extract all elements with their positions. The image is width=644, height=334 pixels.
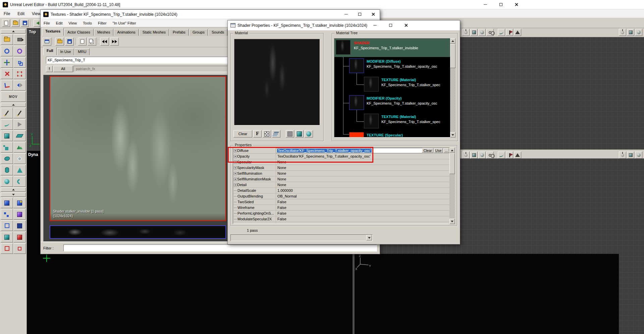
hide-selected-tool[interactable] [13,243,26,254]
property-row-wireframe[interactable]: Wireframe False [233,205,450,211]
material-preview[interactable] [234,39,320,125]
scrollbar-thumb[interactable] [450,44,455,68]
volumetric-builder[interactable] [13,153,26,164]
checker-background-button[interactable] [263,130,271,137]
curved-sheet-builder[interactable] [13,176,26,187]
palette-scroll-up[interactable] [1,103,26,107]
curve-edit-tool[interactable] [1,119,13,130]
tab-actor-classes[interactable]: Actor Classes [64,29,94,36]
previous-group-button[interactable] [100,38,109,46]
tree-node-texture-specular[interactable]: TEXTURE (Specular) Editor.BadHighlight [334,131,450,137]
palette-scroll-down[interactable] [1,192,26,197]
camera-joystick-icon[interactable] [619,29,626,36]
link-icon[interactable] [486,29,494,36]
scrollbar-thumb[interactable] [449,153,455,174]
scroll-up-button[interactable] [450,38,455,44]
expander-icon[interactable] [234,166,237,169]
expander-icon[interactable] [234,149,237,152]
tab-mru[interactable]: MRU [74,48,90,55]
cone-builder[interactable] [13,165,26,175]
menu-edit[interactable]: Edit [53,19,66,27]
expander-icon[interactable] [234,183,237,186]
texture-thumbnail-next[interactable] [50,225,226,239]
flag-icon[interactable] [506,152,513,159]
link-icon[interactable] [486,152,494,159]
add-antiportal-tool[interactable] [13,232,26,242]
expander-icon[interactable] [234,178,237,181]
use-property-button[interactable]: Use [434,148,443,153]
terrain-builder[interactable] [13,142,26,153]
camera-joystick-icon[interactable] [462,29,470,36]
close-button[interactable] [398,20,414,30]
tree-scrollbar[interactable] [450,38,455,137]
property-row-detailscale[interactable]: DetailScale 1.000000 [233,188,450,193]
property-row-selfillumination[interactable]: SelfIllumination None [233,171,450,176]
curve-icon[interactable] [498,152,505,159]
property-grid[interactable]: Diffuse TexOscillator'KF_Specimens_Trip_… [233,148,450,224]
camera-joystick-icon[interactable] [619,152,626,159]
sphere-preview-button[interactable] [305,130,313,137]
viewport-splitter[interactable] [353,254,355,334]
menu-file[interactable]: File [0,9,14,18]
csg-subtract-tool[interactable] [1,209,13,220]
minimize-button[interactable] [367,20,383,30]
menu-tools[interactable]: Tools [80,19,95,27]
pass-select[interactable] [230,234,373,241]
face-drag-tool[interactable] [1,80,13,91]
close-button[interactable] [508,0,524,9]
group-filter-toggle-button[interactable]: ! [46,66,53,72]
blob-builder[interactable] [1,153,13,164]
sheet-builder[interactable] [13,130,26,141]
clear-button[interactable]: Clear [233,130,252,137]
scale-tool[interactable] [13,57,26,68]
save-map-button[interactable] [21,19,29,27]
add-mover-tool[interactable] [1,232,13,242]
menu-filter[interactable]: Filter [95,19,110,27]
cube-view-icon[interactable] [470,29,478,36]
close-button[interactable] [366,10,380,19]
layers-view-button[interactable] [272,130,280,137]
palette-scroll-up[interactable] [1,187,26,192]
texture-pan-tool[interactable]: MOV [1,91,26,102]
add-volume-tool[interactable] [13,220,26,231]
tab-full[interactable]: Full [43,47,57,55]
minimize-button[interactable] [478,0,493,9]
scroll-down-button[interactable] [449,219,455,224]
next-group-button[interactable] [110,38,119,46]
flag-icon[interactable] [506,29,513,36]
brush-clip-tool[interactable] [1,68,13,79]
stairs-builder[interactable] [1,142,13,153]
filter-input[interactable] [63,244,377,252]
properties-scrollbar[interactable] [449,148,455,224]
tab-textures[interactable]: Textures [42,28,64,36]
tab-meshes[interactable]: Meshes [94,29,114,36]
cube-builder[interactable] [1,130,13,141]
terrain-view-icon[interactable] [514,29,521,36]
property-row-modulatespecular2x[interactable]: ModulateSpecular2X False [233,216,450,222]
all-groups-button[interactable]: All [53,66,73,72]
show-selected-tool[interactable] [1,243,13,254]
dropdown-arrow-icon[interactable] [366,235,372,240]
copy-button[interactable] [88,38,96,46]
curve-icon[interactable] [498,29,505,36]
tab-groups[interactable]: Groups [189,29,208,36]
tree-node-texture-material-1[interactable]: TEXTURE (Material) KF_Specimens_Trip_T.s… [334,75,450,94]
open-map-button[interactable] [11,19,19,27]
rotate-tool[interactable] [1,46,13,56]
menu-file[interactable]: File [41,19,53,27]
csg-intersect-tool[interactable] [13,209,26,220]
move-tool[interactable] [1,57,13,68]
scroll-down-button[interactable] [450,132,455,137]
property-row-selfilluminationmask[interactable]: SelfIlluminationMask None [233,176,450,182]
minimize-button[interactable] [339,10,353,19]
expander-icon[interactable] [234,155,237,158]
expander-icon[interactable] [234,172,237,175]
open-package-tool[interactable] [1,34,13,45]
csg-deintersect-tool[interactable] [1,220,13,231]
tab-sounds[interactable]: Sounds [208,29,227,36]
property-row-diffuse[interactable]: Diffuse TexOscillator'KF_Specimens_Trip_… [233,148,450,154]
csg-add-special-tool[interactable] [13,198,26,208]
tab-animations[interactable]: Animations [114,29,139,36]
cube-view-icon[interactable] [470,152,478,159]
vertex-edit-tool[interactable] [13,68,26,79]
